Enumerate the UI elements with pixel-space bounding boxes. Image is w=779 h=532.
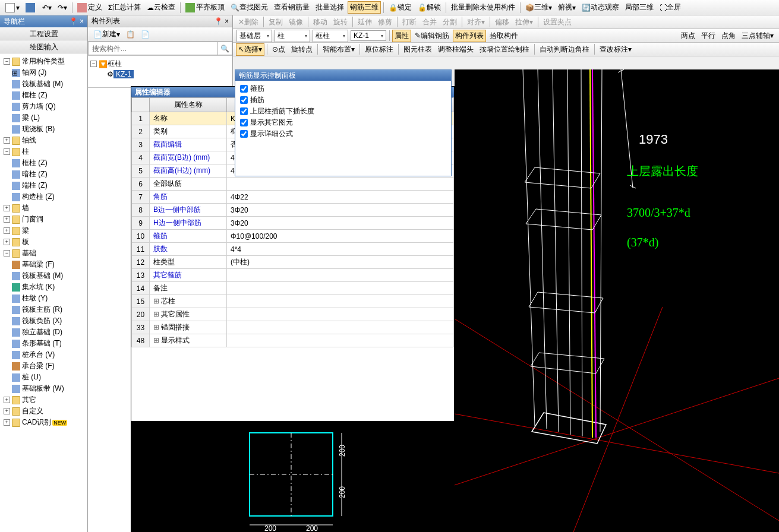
prop-row[interactable]: 14备注	[132, 282, 454, 295]
comp-list-btn[interactable]: 构件列表	[453, 30, 486, 42]
cloud-check-btn[interactable]: ☁ 云检查	[144, 1, 178, 14]
trim-btn[interactable]: 修剪	[376, 16, 395, 28]
pin-icon[interactable]: 📍	[69, 17, 78, 26]
merge-btn[interactable]: 合并	[420, 16, 439, 28]
prop-row[interactable]: 33⊞ 锚固搭接	[132, 321, 454, 334]
copy-btn[interactable]: 复制	[266, 16, 285, 28]
prop-row[interactable]: 15⊞ 芯柱	[132, 295, 454, 308]
new-file-btn[interactable]: ▾	[3, 2, 22, 14]
two-pt-btn[interactable]: 两点	[679, 30, 698, 42]
tree-pile-cap[interactable]: 桩承台 (V)	[10, 349, 86, 360]
pin-icon[interactable]: 📍	[214, 17, 223, 26]
rotate-btn[interactable]: 旋转	[331, 16, 350, 28]
section-settings[interactable]: 工程设置	[0, 27, 87, 40]
popup-checkbox-item[interactable]: 箍筋	[240, 83, 446, 94]
prop-row[interactable]: 6全部纵筋	[132, 178, 454, 191]
popup-checkbox-item[interactable]: 插筋	[240, 94, 446, 106]
prop-row[interactable]: 9H边一侧中部筋3Φ20	[132, 217, 454, 230]
offset-btn[interactable]: 偏移	[493, 16, 512, 28]
pick-btn[interactable]: 拾取构件	[487, 30, 521, 42]
adjust-end-btn[interactable]: 调整柱端头	[436, 43, 476, 56]
select-btn[interactable]: ↖ 选择▾	[236, 43, 264, 56]
popup-header[interactable]: 钢筋显示控制面板	[235, 70, 451, 81]
topview-btn[interactable]: 俯视▾	[556, 1, 578, 14]
fullscreen-btn[interactable]: ⛶ 全屏	[657, 1, 683, 14]
prop-row[interactable]: 13其它箍筋	[132, 269, 454, 282]
tree-strip-found[interactable]: 条形基础 (T)	[10, 338, 86, 349]
tree-sump[interactable]: 集水坑 (K)	[10, 281, 86, 293]
rebar-3d-btn[interactable]: 钢筋三维	[348, 1, 381, 14]
unlock-btn[interactable]: 🔓 解锁	[415, 1, 443, 14]
smart-layout-btn[interactable]: 智能布置▾	[320, 43, 357, 56]
tree-custom[interactable]: +自定义	[1, 406, 86, 417]
view-label-btn[interactable]: 查改标注▾	[597, 43, 634, 56]
batch-select-btn[interactable]: 批量选择	[313, 1, 346, 14]
rotate-pt-btn[interactable]: 旋转点	[289, 43, 315, 56]
tree-axis[interactable]: +轴线	[1, 135, 86, 146]
tree-liang[interactable]: +梁	[1, 225, 86, 236]
section-view[interactable]: 200 200 200 200	[131, 421, 455, 532]
local-3d-btn[interactable]: 局部三维	[623, 1, 656, 14]
elem-col-table-btn[interactable]: 图元柱表	[401, 43, 434, 56]
section-draw[interactable]: 绘图输入	[0, 40, 87, 53]
props-btn[interactable]: 属性	[392, 30, 411, 42]
search-btn[interactable]: 🔍	[218, 42, 232, 55]
auto-corner-btn[interactable]: 自动判断边角柱	[537, 43, 592, 56]
delete-btn[interactable]: ✕ 删除	[236, 16, 261, 28]
sum-calc-btn[interactable]: Σ 汇总计算	[106, 1, 143, 14]
tree-kz[interactable]: 框柱 (Z)	[10, 157, 86, 169]
tree-pier[interactable]: 柱墩 (Y)	[10, 293, 86, 304]
edit-rebar-btn[interactable]: ✎ 编辑钢筋	[412, 30, 452, 42]
tree-common[interactable]: −常用构件类型	[1, 56, 86, 67]
origin-label-btn[interactable]: 原位标注	[362, 43, 396, 56]
split-btn[interactable]: 分割	[440, 16, 459, 28]
tree-struct-col[interactable]: 构造柱 (Z)	[10, 191, 86, 202]
prop-row[interactable]: 7角筋4Φ22	[132, 191, 454, 204]
tree-base-strip[interactable]: 基础板带 (W)	[10, 383, 86, 394]
break-btn[interactable]: 打断	[400, 16, 419, 28]
prop-row[interactable]: 12柱类型(中柱)	[132, 256, 454, 269]
prop-row[interactable]: 20⊞ 其它属性	[132, 308, 454, 321]
close-icon[interactable]: ×	[80, 17, 84, 26]
stretch-btn[interactable]: 拉伸▾	[513, 16, 535, 28]
tree-wall[interactable]: +墙	[1, 202, 86, 214]
lock-btn[interactable]: 🔒 锁定	[386, 1, 414, 14]
tree-slab[interactable]: +板	[1, 236, 86, 248]
prop-row[interactable]: 48⊞ 显示样式	[132, 334, 454, 347]
dynamic-view-btn[interactable]: 🔄 动态观察	[579, 1, 622, 14]
draw-by-wall-btn[interactable]: 按墙位置绘制柱	[477, 43, 532, 56]
pt-angle-btn[interactable]: 点角	[719, 30, 738, 42]
save-btn[interactable]	[23, 2, 39, 14]
popup-checkbox-item[interactable]: 显示其它图元	[240, 117, 446, 128]
3d-btn[interactable]: 📦 三维▾	[523, 1, 554, 14]
undo-btn[interactable]: ↶▾	[40, 2, 54, 13]
popup-checkbox-item[interactable]: 上层柱插筋下插长度	[240, 106, 446, 117]
tree-foundation[interactable]: −基础	[1, 248, 86, 259]
search-input[interactable]	[88, 42, 218, 55]
comp-root[interactable]: − 🔽 框柱	[90, 58, 230, 69]
extend-btn[interactable]: 延伸	[355, 16, 374, 28]
viewport-3d[interactable]: 1973 上层露出长度 3700/3+37*d (37*d)	[455, 69, 779, 532]
set-grip-btn[interactable]: 设置夹点	[541, 16, 574, 28]
name-combo[interactable]: KZ-1	[351, 30, 386, 41]
redo-btn[interactable]: ↷▾	[55, 2, 70, 13]
comp-tool-2[interactable]: 📄	[138, 29, 152, 40]
mirror-btn[interactable]: 镜像	[286, 16, 305, 28]
comp-item[interactable]: ⚙ KZ-1	[107, 69, 230, 79]
tree-frame-col[interactable]: 框柱 (Z)	[10, 90, 86, 101]
tree-beam[interactable]: 梁 (L)	[10, 112, 86, 124]
tree-raft-bot[interactable]: 筏板负筋 (X)	[10, 315, 86, 327]
tree-axis-net[interactable]: ⊞轴网 (J)	[10, 67, 86, 78]
floor-combo[interactable]: 基础层	[236, 30, 272, 42]
tree-raft-top[interactable]: 筏板主筋 (R)	[10, 304, 86, 315]
tree-cad[interactable]: +CAD识别NEW	[1, 417, 86, 428]
parallel-btn[interactable]: 平行	[699, 30, 718, 42]
prop-row[interactable]: 8B边一侧中部筋3Φ20	[132, 204, 454, 217]
define-btn[interactable]: 定义	[75, 1, 105, 14]
view-rebar-btn[interactable]: 查看钢筋量	[272, 1, 312, 14]
prop-row[interactable]: 11肢数4*4	[132, 243, 454, 256]
point-btn[interactable]: ⊙ 点	[270, 43, 288, 56]
tree-raft-base[interactable]: 筏板基础 (M)	[10, 78, 86, 90]
tree-end-col[interactable]: 端柱 (Z)	[10, 180, 86, 191]
tree-raft[interactable]: 筏板基础 (M)	[10, 270, 86, 281]
